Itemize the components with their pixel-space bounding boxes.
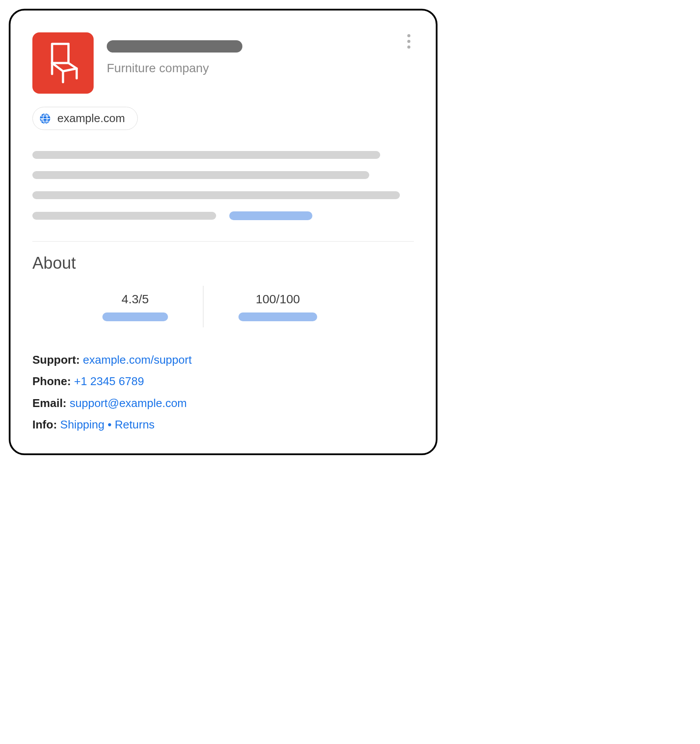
info-row: Info: Shipping • Returns xyxy=(32,414,414,435)
returns-link[interactable]: Returns xyxy=(115,418,154,431)
stats-row: 4.3/5 100/100 xyxy=(32,286,414,327)
knowledge-panel-card: Furniture company example.com About 4.3/… xyxy=(9,9,438,455)
support-row: Support: example.com/support xyxy=(32,349,414,371)
shipping-link[interactable]: Shipping xyxy=(60,418,105,431)
score-value: 100/100 xyxy=(256,292,300,306)
description-placeholder-block xyxy=(32,151,414,220)
phone-link[interactable]: +1 2345 6789 xyxy=(74,375,144,388)
support-link[interactable]: example.com/support xyxy=(83,353,192,366)
info-label: Info: xyxy=(32,418,57,431)
rating-label-placeholder[interactable] xyxy=(102,312,168,321)
support-label: Support: xyxy=(32,353,80,366)
contact-block: Support: example.com/support Phone: +1 2… xyxy=(32,349,414,436)
text-placeholder-line xyxy=(32,171,369,179)
website-chip-text: example.com xyxy=(57,112,125,125)
text-placeholder-line xyxy=(32,212,216,220)
title-placeholder xyxy=(107,40,242,53)
rating-value: 4.3/5 xyxy=(122,292,149,306)
company-logo xyxy=(32,32,94,94)
company-category: Furniture company xyxy=(107,61,414,75)
link-placeholder[interactable] xyxy=(229,211,312,220)
email-row: Email: support@example.com xyxy=(32,393,414,414)
about-heading: About xyxy=(32,254,414,273)
section-divider xyxy=(32,241,414,242)
info-separator: • xyxy=(105,418,115,431)
more-options-icon[interactable] xyxy=(403,32,414,50)
score-label-placeholder[interactable] xyxy=(238,312,317,321)
score-stat: 100/100 xyxy=(238,292,317,321)
phone-label: Phone: xyxy=(32,375,71,388)
phone-row: Phone: +1 2345 6789 xyxy=(32,371,414,392)
title-block: Furniture company xyxy=(107,32,414,75)
chair-icon xyxy=(46,41,80,85)
website-chip[interactable]: example.com xyxy=(32,107,138,130)
panel-header: Furniture company xyxy=(32,32,414,94)
globe-icon xyxy=(39,112,51,125)
email-label: Email: xyxy=(32,397,66,410)
text-placeholder-line xyxy=(32,191,400,199)
email-link[interactable]: support@example.com xyxy=(70,397,187,410)
vertical-divider xyxy=(203,286,203,327)
rating-stat: 4.3/5 xyxy=(102,292,168,321)
text-placeholder-line xyxy=(32,151,380,159)
